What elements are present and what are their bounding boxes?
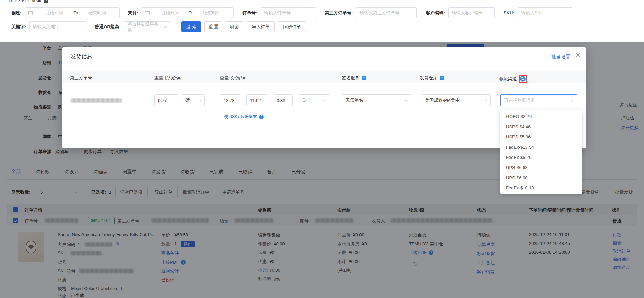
channel-sync-highlight: ↻ bbox=[519, 75, 527, 83]
calendar-icon bbox=[145, 11, 150, 15]
channel-option[interactable]: USPS-$4.46 bbox=[500, 122, 582, 132]
channel-option[interactable]: UPS-$6.90 bbox=[500, 173, 582, 183]
page: 订单 / 订单管理 ? 创建: 开始时间 To 结束时间 支付: 开始时间 To… bbox=[0, 0, 644, 298]
paid-start-input[interactable]: 开始时间 bbox=[152, 10, 189, 16]
paid-label: 支付: bbox=[128, 10, 138, 16]
created-end-input[interactable]: 结束时间 bbox=[78, 10, 116, 16]
third-party-label: 第三方订单号: bbox=[325, 10, 353, 16]
chevron-down-icon bbox=[405, 98, 408, 102]
header-channel: 物流渠道 ↻ bbox=[499, 75, 527, 83]
created-label: 创建: bbox=[11, 10, 21, 16]
breadcrumb: 订单 / 订单管理 ? bbox=[8, 0, 48, 3]
paid-end-input[interactable]: 结束时间 bbox=[194, 10, 230, 16]
channel-option[interactable]: USPS-$5.06 bbox=[500, 132, 582, 142]
question-icon[interactable]: ? bbox=[440, 76, 444, 80]
filter-row-2: 关键字: 请输入关键字 普通OR紧急: 请选择普通单和紧... 搜 索 重 置 … bbox=[11, 21, 306, 32]
sync-icon[interactable]: ↻ bbox=[520, 76, 526, 82]
sku-label: SKU: bbox=[504, 10, 515, 15]
header-signature: 签名服务 ? bbox=[342, 75, 366, 81]
modal-title: 发货信息 bbox=[71, 53, 92, 60]
channel-option[interactable]: FedEx-$6.29 bbox=[500, 152, 582, 163]
dimension-unit-select[interactable]: 英寸 bbox=[298, 94, 330, 106]
channel-dropdown: GOFO-$2.26 USPS-$4.46 USPS-$5.06 FedEx-$… bbox=[500, 110, 582, 194]
priority-filter-label: 普通OR紧急: bbox=[95, 24, 121, 30]
question-icon[interactable]: ? bbox=[259, 115, 264, 119]
modal-table-header: 第三方单号 重量 长*宽*高 重量 长*宽*高 签名服务 ? 发货仓库 ? 物流… bbox=[62, 71, 586, 83]
order-no-label: 订单号: bbox=[243, 10, 257, 16]
chevron-down-icon bbox=[164, 24, 168, 28]
sku-fill-row: 使用SKU数据填充 ? bbox=[224, 114, 264, 120]
breadcrumb-text: 订单 / 订单管理 bbox=[8, 0, 41, 2]
info-icon: ? bbox=[44, 0, 48, 3]
channel-option[interactable]: FedEx-$10.10 bbox=[500, 183, 582, 193]
reset-button[interactable]: 重 置 bbox=[204, 21, 222, 32]
sku-input[interactable]: 请输入SKU bbox=[518, 7, 572, 18]
channel-select[interactable]: 请选择物流渠道 bbox=[500, 94, 577, 106]
created-start-input[interactable]: 开始时间 bbox=[35, 10, 73, 16]
chevron-down-icon bbox=[484, 98, 488, 102]
header-warehouse: 发货仓库 ? bbox=[420, 75, 444, 81]
channel-option[interactable]: UPS-$6.68 bbox=[500, 163, 582, 173]
search-button[interactable]: 搜 索 bbox=[181, 21, 201, 32]
weight-input[interactable]: 0.77 bbox=[154, 94, 178, 106]
close-icon[interactable]: ✕ bbox=[575, 51, 581, 59]
date-to-label: To bbox=[73, 10, 78, 15]
channel-option[interactable]: FedEx-$13.54 bbox=[500, 142, 582, 152]
order-no-input[interactable]: 请输入订单号 bbox=[261, 7, 316, 18]
batch-settings-link[interactable]: 批量设置 bbox=[551, 54, 570, 60]
weight-unit-select[interactable]: 磅 bbox=[182, 94, 205, 106]
chevron-down-icon bbox=[324, 98, 327, 102]
height-input[interactable]: 0.39 bbox=[273, 94, 293, 106]
date-to-label: To bbox=[189, 10, 194, 15]
import-orders-button[interactable]: 导入订单 bbox=[247, 21, 275, 32]
chevron-up-icon bbox=[571, 99, 574, 103]
warehouse-select[interactable]: 美国邮政-PM美中 bbox=[421, 94, 491, 106]
customer-code-input[interactable]: 请输入客户编码 bbox=[448, 7, 495, 18]
paid-date-range[interactable]: 开始时间 To 结束时间 bbox=[142, 7, 234, 18]
created-date-range[interactable]: 开始时间 To 结束时间 bbox=[25, 7, 120, 18]
header-third-party: 第三方单号 bbox=[70, 75, 92, 81]
keyword-input[interactable]: 请输入关键字 bbox=[29, 21, 85, 32]
refresh-button[interactable]: 刷 新 bbox=[226, 21, 243, 32]
header-dimensions: 重量 长*宽*高 bbox=[220, 75, 247, 81]
calendar-icon bbox=[28, 11, 33, 15]
redacted-third-party-number bbox=[71, 98, 122, 103]
signature-select[interactable]: 无需签名 bbox=[342, 94, 411, 106]
sku-fill-link[interactable]: 使用SKU数据填充 bbox=[224, 114, 257, 120]
keyword-label: 关键字: bbox=[11, 24, 26, 30]
sync-orders-button[interactable]: 同步订单 bbox=[278, 21, 306, 32]
channel-option[interactable]: GOFO-$2.26 bbox=[500, 112, 582, 122]
third-party-input[interactable]: 请输入第三方订单号 bbox=[356, 7, 417, 18]
header-weight: 重量 长*宽*高 bbox=[154, 75, 181, 81]
chevron-down-icon bbox=[198, 98, 202, 102]
customer-code-label: 客户编码: bbox=[426, 10, 445, 16]
length-input[interactable]: 13.78 bbox=[220, 94, 241, 106]
question-icon[interactable]: ? bbox=[362, 76, 366, 80]
width-input[interactable]: 11.02 bbox=[246, 94, 267, 106]
filter-row-1: 创建: 开始时间 To 结束时间 支付: 开始时间 To 结束时间 订单号: 请… bbox=[11, 7, 572, 18]
priority-select[interactable]: 请选择普通单和紧... bbox=[124, 21, 170, 32]
